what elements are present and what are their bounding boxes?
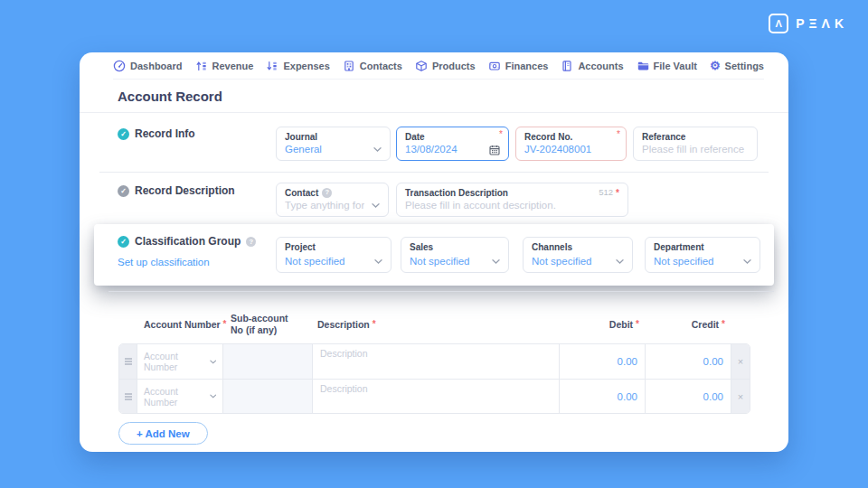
debit-input[interactable]: 0.00 [560, 344, 646, 379]
debit-input[interactable]: 0.00 [560, 380, 646, 413]
sales-select[interactable]: Sales Not specified [401, 237, 509, 273]
nav-item-settings[interactable]: ⚙ Settings [710, 60, 764, 71]
required-asterisk: * [499, 130, 503, 139]
required-asterisk: * [722, 320, 725, 329]
remove-row-button[interactable]: × [731, 380, 750, 413]
contact-label: Contact [285, 188, 318, 198]
reference-field[interactable]: Referance Please fill in reference [633, 127, 758, 161]
description-input[interactable]: Description [313, 380, 560, 413]
calendar-icon[interactable] [489, 145, 500, 155]
account-number-select[interactable]: Account Number [137, 344, 223, 379]
section-title: Record Description [135, 184, 235, 197]
nav-item-accounts[interactable]: Accounts [561, 60, 623, 72]
help-icon[interactable]: ? [246, 237, 256, 247]
nav-item-finances[interactable]: Finances [488, 60, 549, 72]
setup-classification-link[interactable]: Set up classification [118, 257, 210, 267]
nav-item-contacts[interactable]: Contacts [343, 60, 402, 72]
debit-value: 0.00 [618, 391, 637, 402]
chevron-down-icon [616, 259, 624, 264]
description-placeholder: Description [320, 383, 368, 394]
header-label: Sub-account No (if any) [231, 313, 303, 336]
nav-item-products[interactable]: Products [415, 60, 476, 72]
products-icon [415, 60, 428, 72]
header-credit: Credit * [646, 319, 732, 331]
description-placeholder: Description [320, 348, 368, 359]
account-placeholder: Account Number [144, 351, 210, 372]
reference-label: Referance [642, 132, 749, 142]
department-select[interactable]: Department Not specified [645, 237, 760, 273]
folder-icon [637, 60, 649, 72]
section-record-info: ✓ Record Info [118, 127, 195, 140]
nav-item-file-vault[interactable]: File Vault [637, 60, 697, 72]
nav-label: Finances [505, 61, 549, 71]
section-title: Classification Group [135, 235, 241, 248]
header-debit: Debit * [561, 319, 646, 331]
chevron-down-icon [492, 259, 500, 264]
contact-select[interactable]: Contact ? Type anything for search [276, 183, 389, 217]
close-icon: × [738, 391, 743, 402]
gear-icon: ⚙ [710, 60, 721, 71]
table-header: Account Number * Sub-account No (if any)… [118, 313, 750, 336]
journal-lines-table: Account Number Description 0.00 0.00 × [118, 343, 750, 414]
remove-row-button[interactable]: × [731, 344, 750, 379]
check-circle-icon: ✓ [118, 236, 129, 248]
nav-label: Accounts [578, 61, 623, 71]
description-input[interactable]: Description [313, 344, 560, 379]
sub-account-input[interactable] [223, 380, 313, 413]
add-new-button[interactable]: + Add New [118, 422, 208, 445]
header-label: Account Number [144, 319, 221, 331]
app-window: Dashboard Revenue Expenses Contacts Prod… [80, 52, 788, 452]
brand-logo-icon: Λ [769, 14, 788, 33]
project-select[interactable]: Project Not specified [276, 237, 392, 273]
record-no-label: Record No. [524, 132, 618, 142]
top-nav: Dashboard Revenue Expenses Contacts Prod… [113, 52, 764, 80]
nav-item-dashboard[interactable]: Dashboard [113, 60, 182, 72]
sub-account-input[interactable] [223, 344, 313, 379]
credit-input[interactable]: 0.00 [646, 380, 731, 413]
section-classification-group: ✓ Classification Group ? [118, 235, 256, 248]
chevron-down-icon [374, 259, 382, 264]
brand-logo-text: PΞΛK [796, 16, 848, 31]
nav-label: Contacts [360, 61, 402, 71]
record-no-value: JV-202408001 [524, 144, 591, 155]
transaction-description-field[interactable]: Transaction Description 512 * Please fil… [396, 183, 628, 217]
chevron-down-icon [210, 360, 216, 364]
accounts-icon [561, 60, 573, 72]
dashboard-icon [113, 60, 126, 72]
classification-band: ✓ Classification Group ? Set up classifi… [94, 224, 774, 286]
help-icon[interactable]: ? [322, 188, 332, 198]
nav-label: Products [432, 61, 476, 71]
desktop-background: Λ PΞΛK Dashboard Revenue Expenses Contac… [0, 0, 868, 488]
date-value: 13/08/2024 [405, 144, 458, 155]
required-asterisk: * [617, 130, 620, 139]
journal-select[interactable]: Journal General [276, 127, 391, 161]
account-number-select[interactable]: Account Number [137, 380, 223, 413]
nav-label: Settings [725, 61, 764, 71]
project-value: Not specified [285, 256, 344, 267]
nav-item-revenue[interactable]: Revenue [195, 60, 254, 72]
channels-label: Channels [532, 242, 624, 252]
journal-value: General [285, 144, 322, 155]
date-field[interactable]: * Date 13/08/2024 [396, 127, 509, 161]
debit-value: 0.00 [618, 356, 637, 367]
chevron-down-icon [210, 394, 216, 399]
brand-logo-letter: Λ [776, 18, 782, 29]
header-label: Description [317, 319, 370, 331]
record-no-field[interactable]: * Record No. JV-202408001 [515, 127, 627, 161]
contact-placeholder: Type anything for search [285, 200, 364, 211]
required-asterisk: * [373, 320, 376, 329]
sales-label: Sales [410, 242, 500, 252]
credit-input[interactable]: 0.00 [646, 344, 731, 379]
expenses-icon [266, 60, 278, 72]
header-description: Description * [312, 319, 561, 331]
drag-handle[interactable] [119, 344, 137, 379]
brand-logo: Λ PΞΛK [769, 14, 848, 33]
finances-icon [488, 60, 501, 72]
chevron-down-icon [743, 259, 751, 264]
credit-value: 0.00 [703, 391, 723, 402]
sales-value: Not specified [410, 256, 469, 267]
nav-item-expenses[interactable]: Expenses [266, 60, 329, 72]
drag-handle[interactable] [119, 380, 137, 413]
credit-value: 0.00 [703, 356, 723, 367]
channels-select[interactable]: Channels Not specified [523, 237, 633, 273]
